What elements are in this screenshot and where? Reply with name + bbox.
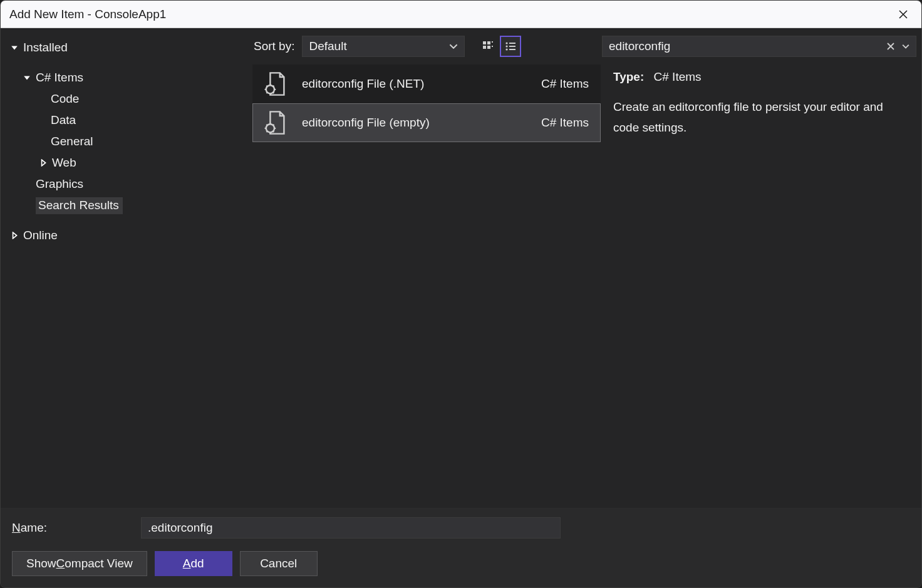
titlebar: Add New Item - ConsoleApp1 <box>1 1 921 28</box>
template-name: editorconfig File (empty) <box>302 116 527 130</box>
detail-type-line: Type: C# Items <box>613 67 910 87</box>
search-box[interactable] <box>602 36 916 57</box>
tree-label: Web <box>52 156 76 170</box>
show-compact-view-button[interactable]: Show Compact View <box>12 551 147 576</box>
svg-rect-4 <box>492 41 493 43</box>
add-button[interactable]: Add <box>155 551 232 576</box>
close-icon <box>886 42 895 51</box>
template-row[interactable]: editorconfig File (.NET) C# Items <box>252 64 601 103</box>
details-panel: Type: C# Items Create an editorconfig fi… <box>602 28 921 508</box>
grid-icon <box>482 40 494 53</box>
svg-point-6 <box>506 42 508 44</box>
name-row: Name: <box>12 517 910 539</box>
caret-right-icon <box>9 230 19 240</box>
close-icon <box>898 9 908 19</box>
chevron-down-icon <box>902 43 909 50</box>
tree-label: C# Items <box>36 71 83 85</box>
template-category: C# Items <box>541 77 589 91</box>
clear-search-button[interactable] <box>883 38 898 55</box>
spacer <box>1 58 251 67</box>
tree-label: Data <box>51 113 76 127</box>
tree-label: Graphics <box>36 177 83 191</box>
tree-label: Installed <box>23 41 68 54</box>
tree-item-online[interactable]: Online <box>1 225 251 246</box>
center-toolbar: Sort by: Default <box>251 36 602 64</box>
tree-item-installed[interactable]: Installed <box>1 37 251 58</box>
config-file-icon <box>261 109 288 137</box>
tree-item-data[interactable]: Data <box>1 110 251 131</box>
search-input[interactable] <box>609 39 883 53</box>
tree-label: Code <box>51 92 79 106</box>
tree-label: Online <box>23 229 58 242</box>
main-area: Installed C# Items Code Data General Web <box>1 28 921 508</box>
name-label: Name: <box>12 521 131 535</box>
type-value: C# Items <box>654 70 702 83</box>
tree-item-search-results[interactable]: Search Results <box>1 195 251 216</box>
window-title: Add New Item - ConsoleApp1 <box>9 8 891 21</box>
list-icon <box>504 40 517 53</box>
dialog-window: Add New Item - ConsoleApp1 Installed C# … <box>0 0 922 588</box>
svg-rect-9 <box>509 46 515 47</box>
sortby-label: Sort by: <box>254 39 294 53</box>
bottom-bar: Name: Show Compact View Add Cancel <box>1 508 921 587</box>
caret-down-icon <box>9 43 19 53</box>
svg-rect-3 <box>487 46 490 49</box>
svg-point-10 <box>506 48 508 50</box>
filename-input[interactable] <box>141 517 561 539</box>
svg-point-8 <box>506 45 508 47</box>
tree-item-code[interactable]: Code <box>1 88 251 110</box>
svg-rect-7 <box>509 43 515 44</box>
category-tree: Installed C# Items Code Data General Web <box>1 28 251 508</box>
action-row: Show Compact View Add Cancel <box>12 551 910 576</box>
center-panel: Sort by: Default <box>251 28 602 508</box>
tree-item-csharp-items[interactable]: C# Items <box>1 67 251 88</box>
caret-right-icon <box>38 158 48 168</box>
sortby-value: Default <box>309 39 449 53</box>
config-file-icon <box>261 70 288 98</box>
chevron-down-icon <box>449 42 458 51</box>
tree-item-web[interactable]: Web <box>1 152 251 173</box>
view-list-button[interactable] <box>500 36 521 57</box>
sortby-dropdown[interactable]: Default <box>302 36 465 57</box>
template-name: editorconfig File (.NET) <box>302 77 527 91</box>
caret-down-icon <box>22 73 32 83</box>
template-category: C# Items <box>541 116 589 130</box>
search-options-button[interactable] <box>898 38 913 55</box>
tree-item-general[interactable]: General <box>1 131 251 152</box>
svg-rect-5 <box>492 46 493 47</box>
spacer <box>1 216 251 225</box>
svg-rect-11 <box>509 49 515 50</box>
template-list: editorconfig File (.NET) C# Items editor… <box>251 64 602 508</box>
template-row[interactable]: editorconfig File (empty) C# Items <box>252 103 601 142</box>
cancel-button[interactable]: Cancel <box>240 551 318 576</box>
svg-rect-2 <box>483 46 486 49</box>
tree-label: Search Results <box>36 197 123 214</box>
view-mode-group <box>477 36 521 57</box>
tree-label: General <box>51 135 93 148</box>
tree-item-graphics[interactable]: Graphics <box>1 173 251 195</box>
close-button[interactable] <box>891 4 915 24</box>
template-description: Create an editorconfig file to persist y… <box>613 97 910 138</box>
template-details: Type: C# Items Create an editorconfig fi… <box>602 66 921 138</box>
svg-rect-1 <box>487 41 490 44</box>
type-label: Type: <box>613 70 644 83</box>
view-grid-button[interactable] <box>477 36 499 57</box>
svg-rect-0 <box>483 41 486 44</box>
